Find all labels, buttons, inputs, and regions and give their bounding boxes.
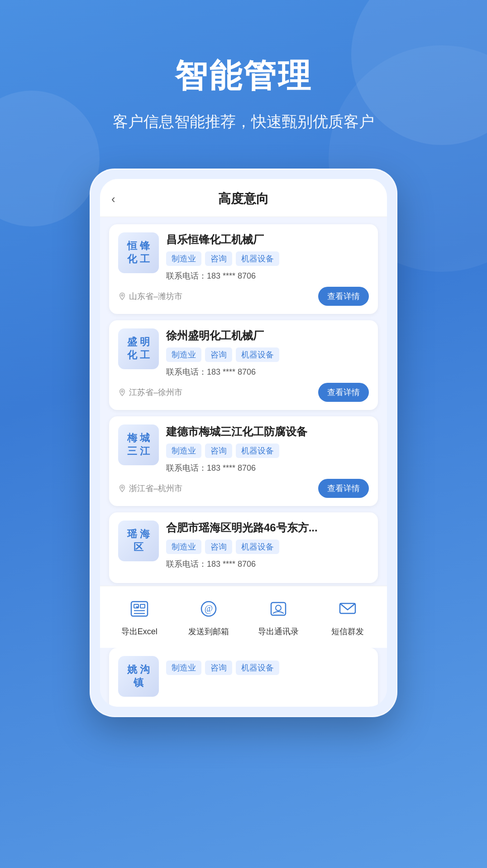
location-text: 山东省–潍坊市: [129, 291, 182, 302]
company-logo: 姚 沟镇: [118, 656, 159, 697]
location: 江苏省–徐州市: [118, 387, 182, 398]
company-logo: 盛 明化 工: [118, 328, 159, 369]
card-top: 恒 锋化 工 昌乐恒锋化工机械厂 制造业 咨询 机器设备 联系电话：183 **…: [118, 232, 369, 281]
card-info: 制造业 咨询 机器设备: [166, 656, 369, 697]
contacts-icon: [265, 595, 292, 622]
company-logo: 梅 城三 江: [118, 424, 159, 465]
tag: 制造业: [166, 251, 201, 266]
card-info: 徐州盛明化工机械厂 制造业 咨询 机器设备 联系电话：183 **** 8706: [166, 328, 369, 377]
phone-inner: ‹ 高度意向 恒 锋化 工 昌乐恒锋化工机械厂 制造业 咨询 机器设备: [100, 179, 387, 707]
toolbar-item-email[interactable]: @ 发送到邮箱: [174, 595, 244, 637]
svg-text:@: @: [205, 603, 213, 614]
hero-section: 智能管理 客户信息智能推荐，快速甄别优质客户: [0, 0, 487, 159]
card-info: 昌乐恒锋化工机械厂 制造业 咨询 机器设备 联系电话：183 **** 8706: [166, 232, 369, 281]
bottom-toolbar: 导出Excel @ 发送到邮箱: [100, 586, 387, 648]
company-logo: 恒 锋化 工: [118, 232, 159, 273]
tag: 咨询: [205, 444, 232, 458]
company-card: 梅 城三 江 建德市梅城三江化工防腐设备 制造业 咨询 机器设备 联系电话：18…: [109, 416, 378, 506]
phone-screen-title: 高度意向: [218, 190, 269, 207]
tag: 制造业: [166, 347, 201, 362]
toolbar-label: 发送到邮箱: [188, 626, 229, 637]
hero-title: 智能管理: [27, 54, 460, 98]
company-name: 徐州盛明化工机械厂: [166, 328, 369, 343]
card-top: 盛 明化 工 徐州盛明化工机械厂 制造业 咨询 机器设备 联系电话：183 **…: [118, 328, 369, 377]
partial-bottom-card: 姚 沟镇 制造业 咨询 机器设备: [109, 648, 378, 707]
svg-point-2: [121, 487, 123, 488]
phone-header: ‹ 高度意向: [100, 179, 387, 217]
phone-number: 联系电话：183 **** 8706: [166, 270, 369, 281]
phone-frame: ‹ 高度意向 恒 锋化 工 昌乐恒锋化工机械厂 制造业 咨询 机器设备: [90, 169, 397, 717]
card-top: 梅 城三 江 建德市梅城三江化工防腐设备 制造业 咨询 机器设备 联系电话：18…: [118, 424, 369, 473]
tag: 机器设备: [236, 540, 279, 554]
toolbar-label: 导出Excel: [121, 626, 158, 637]
company-card: 恒 锋化 工 昌乐恒锋化工机械厂 制造业 咨询 机器设备 联系电话：183 **…: [109, 224, 378, 314]
card-bottom: 山东省–潍坊市 查看详情: [118, 287, 369, 306]
excel-icon: [126, 595, 153, 622]
card-bottom: 江苏省–徐州市 查看详情: [118, 383, 369, 402]
svg-point-11: [276, 605, 281, 611]
tag: 咨询: [205, 661, 232, 675]
tag: 咨询: [205, 251, 232, 266]
card-info: 合肥市瑶海区明光路46号东方... 制造业 咨询 机器设备 联系电话：183 *…: [166, 521, 369, 569]
location: 浙江省–杭州市: [118, 483, 182, 494]
svg-point-0: [121, 294, 123, 296]
location: 山东省–潍坊市: [118, 291, 182, 302]
card-bottom: 浙江省–杭州市 查看详情: [118, 479, 369, 498]
email-icon: @: [195, 595, 222, 622]
tags: 制造业 咨询 机器设备: [166, 540, 369, 554]
cards-container: 恒 锋化 工 昌乐恒锋化工机械厂 制造业 咨询 机器设备 联系电话：183 **…: [100, 217, 387, 590]
company-card: 盛 明化 工 徐州盛明化工机械厂 制造业 咨询 机器设备 联系电话：183 **…: [109, 320, 378, 410]
sms-icon: [334, 595, 361, 622]
company-logo: 瑶 海区: [118, 521, 159, 561]
phone-number: 联系电话：183 **** 8706: [166, 559, 369, 569]
tag: 机器设备: [236, 251, 279, 266]
tag: 制造业: [166, 444, 201, 458]
card-top: 姚 沟镇 制造业 咨询 机器设备: [118, 656, 369, 697]
tag: 机器设备: [236, 347, 279, 362]
company-name: 建德市梅城三江化工防腐设备: [166, 424, 369, 439]
phone-mockup: ‹ 高度意向 恒 锋化 工 昌乐恒锋化工机械厂 制造业 咨询 机器设备: [0, 169, 487, 717]
company-name: 合肥市瑶海区明光路46号东方...: [166, 521, 369, 535]
svg-rect-3: [131, 602, 148, 616]
company-card: 瑶 海区 合肥市瑶海区明光路46号东方... 制造业 咨询 机器设备 联系电话：…: [109, 512, 378, 583]
company-name: 昌乐恒锋化工机械厂: [166, 232, 369, 247]
tag: 咨询: [205, 540, 232, 554]
toolbar-item-contacts[interactable]: 导出通讯录: [244, 595, 313, 637]
detail-button[interactable]: 查看详情: [318, 383, 369, 402]
phone-number: 联系电话：183 **** 8706: [166, 463, 369, 473]
tag: 机器设备: [236, 661, 279, 675]
phone-number: 联系电话：183 **** 8706: [166, 366, 369, 377]
location-text: 江苏省–徐州市: [129, 387, 182, 398]
tag: 咨询: [205, 347, 232, 362]
toolbar-label: 短信群发: [331, 626, 364, 637]
card-info: 建德市梅城三江化工防腐设备 制造业 咨询 机器设备 联系电话：183 **** …: [166, 424, 369, 473]
detail-button[interactable]: 查看详情: [318, 479, 369, 498]
svg-point-1: [121, 391, 123, 392]
toolbar-item-sms[interactable]: 短信群发: [313, 595, 383, 637]
tag: 制造业: [166, 540, 201, 554]
svg-rect-5: [140, 604, 145, 608]
tags: 制造业 咨询 机器设备: [166, 661, 369, 675]
tag: 机器设备: [236, 444, 279, 458]
detail-button[interactable]: 查看详情: [318, 287, 369, 306]
back-button[interactable]: ‹: [111, 192, 115, 206]
toolbar-label: 导出通讯录: [258, 626, 299, 637]
hero-subtitle: 客户信息智能推荐，快速甄别优质客户: [27, 111, 460, 132]
toolbar-item-excel[interactable]: 导出Excel: [105, 595, 174, 637]
tags: 制造业 咨询 机器设备: [166, 347, 369, 362]
tag: 制造业: [166, 661, 201, 675]
card-top: 瑶 海区 合肥市瑶海区明光路46号东方... 制造业 咨询 机器设备 联系电话：…: [118, 521, 369, 569]
tags: 制造业 咨询 机器设备: [166, 444, 369, 458]
tags: 制造业 咨询 机器设备: [166, 251, 369, 266]
location-text: 浙江省–杭州市: [129, 483, 182, 494]
